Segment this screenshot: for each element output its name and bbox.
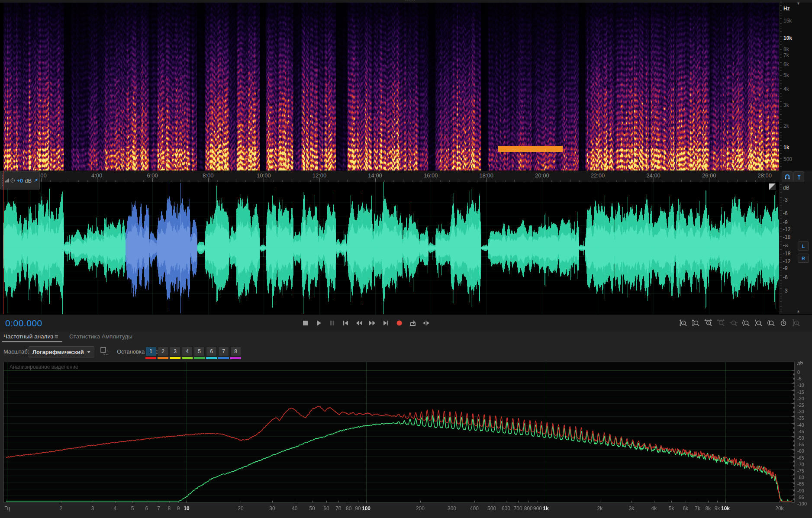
plot-db-tick: [793, 435, 795, 435]
zoom-full-button[interactable]: +: [792, 318, 801, 328]
zoom-in-point-button[interactable]: [741, 318, 751, 328]
timeline-label: 12:00: [313, 172, 327, 179]
record-button[interactable]: [394, 317, 404, 329]
plot-db-label: -35: [797, 415, 804, 421]
plot-freq-label: 800: [524, 505, 533, 512]
plot-freq-label: 1k: [543, 505, 548, 512]
timeline-label: 20:00: [535, 172, 549, 179]
panel-menu-icon[interactable]: ≡: [55, 333, 58, 340]
frame-hold-6[interactable]: 6: [206, 347, 217, 359]
loop-playback-icon: [409, 319, 416, 327]
plot-db-tick: [793, 393, 795, 393]
heal-tool-button[interactable]: [782, 171, 793, 182]
plot-freq-label: 7: [157, 505, 160, 512]
zoom-out-vertical-button[interactable]: −: [691, 318, 701, 328]
plot-db-tick: [793, 414, 795, 414]
gain-hud[interactable]: +0 dB: [0, 171, 40, 190]
frame-hold-2[interactable]: 2: [158, 347, 168, 359]
skip-end-button[interactable]: [381, 317, 390, 329]
plot-db-tick: [792, 482, 795, 483]
copy-frame-button[interactable]: [100, 347, 109, 355]
frame-hold-1[interactable]: 1: [145, 347, 156, 359]
plot-db-label: -95: [797, 495, 804, 500]
frame-hold-4[interactable]: 4: [182, 347, 193, 359]
plot-db-tick: [792, 495, 795, 496]
plot-db-tick: [793, 445, 795, 446]
record-icon: [396, 319, 403, 327]
frame-hold-color-bar: [230, 357, 241, 359]
plot-freq-tick: [671, 501, 672, 502]
loop-playback-button[interactable]: [408, 317, 417, 329]
plot-db-tick: [793, 373, 795, 373]
frame-hold-color-bar: [145, 357, 156, 359]
rewind-button[interactable]: [354, 317, 364, 329]
frequency-scale-gutter[interactable]: Hz 15k10k8k7k6k5k4k3k2k1k500: [780, 3, 812, 171]
play-button[interactable]: [314, 317, 323, 329]
plot-db-tick: [793, 459, 795, 459]
gain-value[interactable]: +0: [16, 177, 23, 184]
plot-db-tick: [793, 415, 795, 415]
plot-freq-label: 10k: [721, 505, 730, 512]
plot-freq-label: 20k: [775, 505, 783, 512]
zoom-out-point-button[interactable]: [754, 318, 764, 328]
zoom-in-vertical-button[interactable]: +: [679, 318, 688, 328]
zoom-selection-button[interactable]: [767, 318, 776, 328]
spectral-display[interactable]: [3, 3, 779, 171]
skip-selection-button[interactable]: [421, 317, 431, 329]
plot-freq-label: 2k: [597, 505, 603, 512]
zoom-timed-button[interactable]: [779, 318, 789, 328]
channel-right-button[interactable]: R: [798, 254, 809, 263]
pause-icon: [329, 319, 336, 327]
pin-icon[interactable]: [34, 178, 38, 183]
tab-frequency-analysis[interactable]: Частотный анализ: [3, 333, 53, 340]
stop-button[interactable]: [300, 317, 310, 329]
amplitude-scale-ticks: [780, 182, 782, 314]
waveform-display[interactable]: [3, 182, 779, 314]
frequency-analysis-plot[interactable]: [4, 362, 794, 502]
fast-forward-button[interactable]: [367, 317, 377, 329]
plot-freq-label: 200: [416, 505, 425, 512]
time-display[interactable]: 0:00.000: [5, 318, 42, 328]
plot-db-label: -20: [797, 396, 804, 401]
plot-db-tick: [793, 399, 795, 400]
zoom-reset-button[interactable]: −: [729, 318, 738, 328]
plot-freq-label: 40: [292, 505, 297, 512]
frame-hold-5[interactable]: 5: [194, 347, 205, 359]
marker-tool-button[interactable]: [793, 171, 804, 182]
plot-freq-label: 2: [60, 505, 63, 512]
svg-text:−: −: [720, 321, 722, 325]
tab-amplitude-statistics[interactable]: Статистика Амплитуды: [69, 333, 132, 340]
playhead[interactable]: [3, 171, 3, 314]
plot-db-tick: [792, 456, 795, 457]
display-split-handle[interactable]: [769, 183, 776, 190]
channel-left-button[interactable]: L: [798, 241, 809, 251]
frame-hold-7[interactable]: 7: [218, 347, 229, 359]
collapse-arrow-icon[interactable]: ▼: [796, 1, 800, 6]
plot-freq-label: 3k: [629, 505, 635, 512]
skip-start-button[interactable]: [341, 317, 350, 329]
plot-db-tick: [793, 488, 795, 488]
plot-freq-label: 30: [269, 505, 275, 512]
plot-db-tick: [793, 494, 795, 495]
plot-freq-tick: [61, 501, 61, 502]
plot-db-tick: [793, 461, 795, 462]
amplitude-scale-label: -3: [783, 288, 788, 294]
amplitude-scale-gutter[interactable]: dB -3-3-6-6-9-9-12-12-18-18-∞ L R: [780, 182, 812, 314]
frame-hold-3[interactable]: 3: [170, 347, 180, 359]
plot-db-tick: [792, 383, 795, 384]
plot-db-tick: [793, 497, 795, 497]
plot-db-tick: [793, 441, 795, 442]
timeline-ruler[interactable]: 2:004:006:008:0010:0012:0014:0016:0018:0…: [0, 171, 779, 182]
frame-hold-8[interactable]: 8: [230, 347, 241, 359]
plot-freq-tick: [169, 501, 170, 502]
zoom-in-horizontal-button[interactable]: +: [704, 318, 713, 328]
transport-buttons: [300, 317, 431, 329]
amplitude-scale-unit: dB: [783, 185, 789, 191]
scroll-arrow-icon[interactable]: ▲: [796, 309, 800, 313]
timeline-label: 18:00: [480, 172, 494, 179]
frequency-scale-unit: Hz: [783, 6, 790, 12]
plot-db-tick: [793, 438, 795, 438]
zoom-out-horizontal-button[interactable]: −: [716, 318, 726, 328]
scale-dropdown[interactable]: Логарифмический: [29, 346, 94, 357]
pause-button[interactable]: [327, 317, 337, 329]
